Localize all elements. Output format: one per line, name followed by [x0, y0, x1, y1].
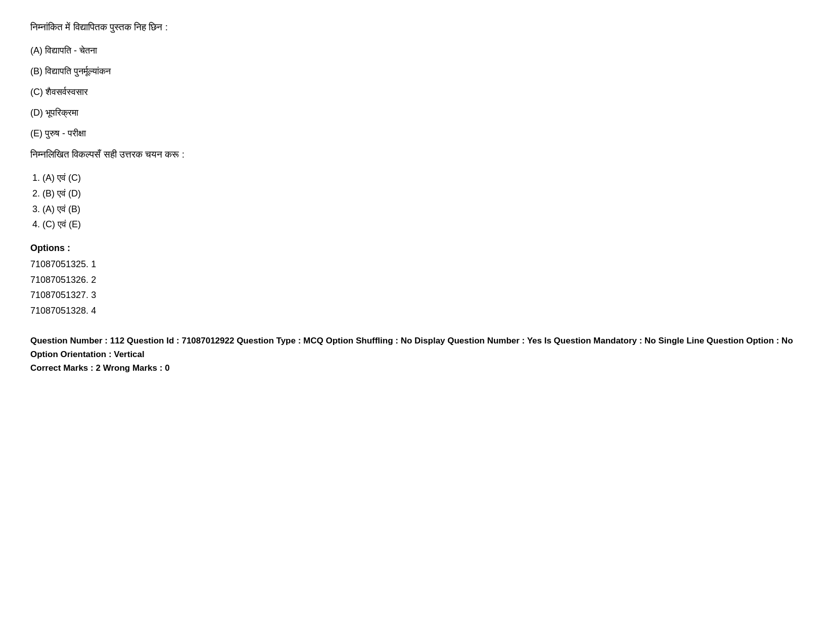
numbered-options: 1. (A) एवं (C) 2. (B) एवं (D) 3. (A) एवं…	[30, 171, 804, 232]
meta-info-block: Question Number : 112 Question Id : 7108…	[30, 334, 804, 375]
numbered-option-1: 1. (A) एवं (C)	[32, 171, 804, 185]
option-code-4: 71087051328. 4	[30, 303, 804, 319]
numbered-option-4: 4. (C) एवं (E)	[32, 217, 804, 232]
option-e: (E) पुरुष - परीक्षा	[30, 127, 804, 140]
option-code-2: 71087051326. 2	[30, 272, 804, 288]
option-code-3: 71087051327. 3	[30, 287, 804, 303]
instruction-text: निम्नलिखित विकल्पसँ सही उत्तरक चयन करू :	[30, 147, 804, 162]
numbered-option-2: 2. (B) एवं (D)	[32, 186, 804, 201]
option-b: (B) विद्यापति पुनर्मूल्यांकन	[30, 65, 804, 78]
options-label: Options :	[30, 243, 804, 254]
wrong-marks-value: 0	[165, 363, 169, 373]
numbered-option-3: 3. (A) एवं (B)	[32, 202, 804, 217]
question-main-text: निम्नांकित में विद्यापितक पुस्तक निह छिन…	[30, 20, 804, 35]
correct-marks-label: Correct Marks :	[30, 363, 94, 373]
option-codes-section: 71087051325. 1 71087051326. 2 7108705132…	[30, 257, 804, 318]
option-code-1: 71087051325. 1	[30, 257, 804, 272]
correct-marks-value: 2	[96, 363, 100, 373]
question-container: निम्नांकित में विद्यापितक पुस्तक निह छिन…	[30, 20, 804, 375]
wrong-marks-label: Wrong Marks :	[103, 363, 163, 373]
meta-text: Question Number : 112 Question Id : 7108…	[30, 334, 804, 361]
marks-info: Correct Marks : 2 Wrong Marks : 0	[30, 361, 804, 375]
option-a: (A) विद्यापति - चेतना	[30, 44, 804, 58]
option-c: (C) शैवसर्वस्वसार	[30, 85, 804, 99]
option-d: (D) भूपरिक्रमा	[30, 106, 804, 120]
